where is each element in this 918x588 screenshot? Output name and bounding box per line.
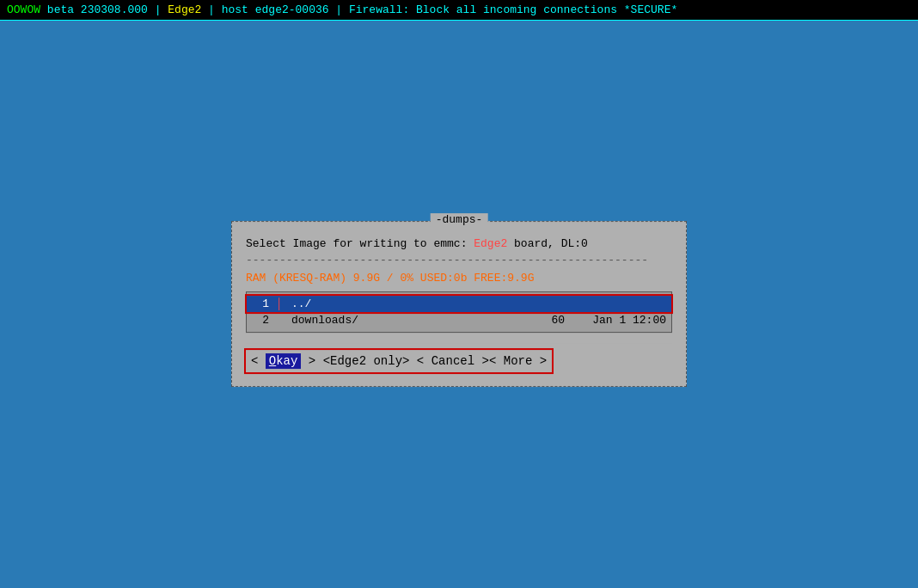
sep3: | [335, 3, 349, 16]
file-num-2: 2 [252, 314, 269, 327]
buttons-row: < Okay > <Edge2 only> < Cancel > < More … [246, 350, 672, 372]
buttons-area: < Okay > <Edge2 only> < Cancel > < More … [246, 350, 552, 372]
brand-label: OOWOW [7, 3, 40, 16]
firewall-label: Firewall: Block all incoming connections… [349, 3, 677, 16]
file-icon-2 [276, 314, 288, 327]
more-button[interactable]: More [504, 354, 533, 368]
select-image-line: Select Image for writing to emmc: Edge2 … [246, 237, 672, 250]
cancel-button[interactable]: Cancel [431, 354, 474, 368]
file-num-1: 1 [252, 297, 269, 310]
okay-bracket-close: > [301, 354, 315, 368]
edge-label: Edge2 [168, 3, 201, 16]
file-icon-1: │ [276, 297, 288, 310]
spacer [246, 343, 672, 350]
dialog-title: -dumps- [431, 213, 488, 226]
sep2: | [208, 3, 222, 16]
okay-bracket-open: < [251, 354, 266, 368]
okay-button[interactable]: Okay [266, 353, 302, 369]
file-name-1: ../ [291, 297, 666, 310]
file-date-2: Jan 1 12:00 [572, 314, 666, 327]
file-name-2: downloads/ [291, 314, 522, 327]
file-size-2: 60 [522, 314, 565, 327]
dashes-separator: ----------------------------------------… [246, 254, 672, 266]
cancel-btn-open: < [409, 354, 431, 368]
file-list: 1 │ ../ 2 downloads/ 60 Jan 1 12:00 [247, 292, 671, 332]
select-suffix: board, DL:0 [507, 237, 588, 250]
file-row-2[interactable]: 2 downloads/ 60 Jan 1 12:00 [247, 312, 671, 328]
board-name: Edge2 [474, 237, 507, 250]
more-btn-open: < [489, 354, 504, 368]
dialog-box: -dumps- Select Image for writing to emmc… [231, 221, 687, 387]
host-label: host edge2-00036 [222, 3, 329, 16]
file-row-1[interactable]: 1 │ ../ [247, 296, 671, 312]
dialog-wrapper: -dumps- Select Image for writing to emmc… [231, 221, 687, 387]
dialog-content: Select Image for writing to emmc: Edge2 … [232, 222, 686, 386]
top-status-bar: OOWOW beta 230308.000 | Edge2 | host edg… [0, 0, 918, 21]
ram-info: RAM (KRESQ-RAM) 9.9G / 0% USED:0b FREE:9… [246, 272, 672, 285]
file-list-border: 1 │ ../ 2 downloads/ 60 Jan 1 12:00 [246, 291, 672, 333]
select-prefix: Select Image for writing to emmc: [246, 237, 474, 250]
sep1: | [155, 3, 168, 16]
version-label: beta 230308.000 [47, 3, 148, 16]
cancel-btn-close: > [474, 354, 489, 368]
more-btn-close: > [532, 354, 547, 368]
edge2-only-btn[interactable]: <Edge2 only> [315, 354, 409, 368]
